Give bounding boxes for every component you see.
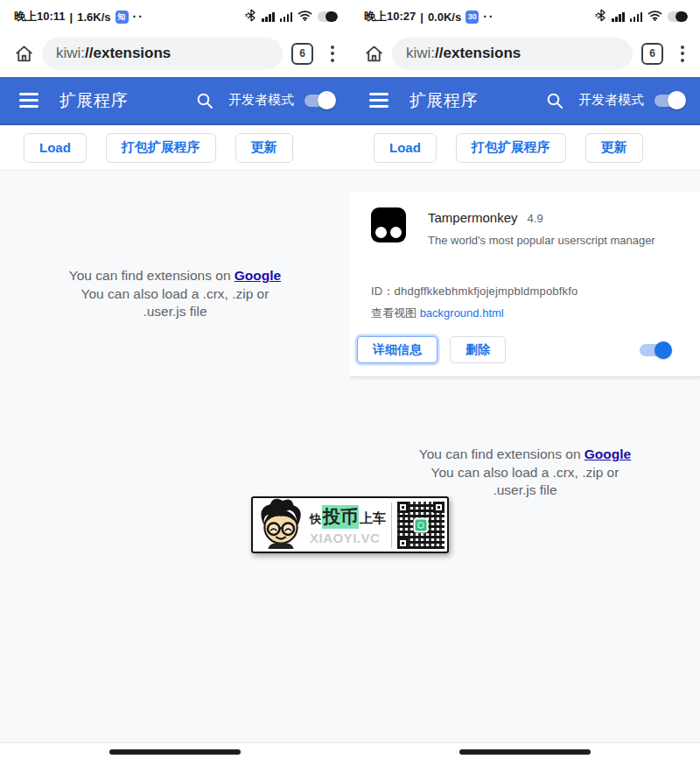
cartoon-avatar <box>256 498 306 552</box>
battery-icon <box>318 11 338 22</box>
extension-id-line: ID：dhdgffkkebhmkfjojejmpbldmpobfkfo <box>371 284 679 299</box>
extensions-content: Tampermonkey 4.9 The world's most popula… <box>350 171 700 742</box>
status-time: 晚上10:27 <box>364 9 416 25</box>
developer-mode-toggle[interactable] <box>304 92 334 109</box>
browser-toolbar: kiwi://extensions 6 <box>0 33 350 77</box>
find-extensions-line: You can find extensions on Google <box>31 267 319 285</box>
watermark-word-highlight: 投币 <box>322 505 359 529</box>
extensions-toolbar: Load 打包扩展程序 更新 <box>350 125 700 171</box>
watermark-word-fast: 快 <box>310 511 321 527</box>
url-path: //extensions <box>85 45 171 62</box>
watermark-word-tail: 上车 <box>360 510 386 527</box>
signal-icon-sim1 <box>612 12 625 22</box>
phone-screenshot-left: 晚上10:11 | 1.6K/s 知 ·· kiwi://extensions … <box>0 0 350 759</box>
browser-menu-button[interactable] <box>326 42 340 66</box>
empty-state-message: You can find extensions on Google You ca… <box>381 377 669 500</box>
find-extensions-text: You can find extensions on <box>419 446 584 461</box>
empty-state-message: You can find extensions on Google You ca… <box>31 171 319 321</box>
remove-button[interactable]: 删除 <box>450 336 506 363</box>
status-time: 晚上10:11 <box>14 9 66 25</box>
extension-card-tampermonkey: Tampermonkey 4.9 The world's most popula… <box>350 193 700 377</box>
status-app-badge: 30 <box>466 11 479 24</box>
pack-extension-button[interactable]: 打包扩展程序 <box>106 133 216 163</box>
search-icon[interactable] <box>195 91 214 110</box>
load-button[interactable]: Load <box>24 133 87 163</box>
details-button[interactable]: 详细信息 <box>357 336 438 363</box>
status-bar: 晚上10:27 | 0.0K/s 30 ·· <box>350 0 700 33</box>
load-button[interactable]: Load <box>374 133 437 163</box>
extensions-header: 扩展程序 开发者模式 <box>0 77 350 125</box>
url-scheme: kiwi: <box>406 45 435 62</box>
signal-icon-sim2 <box>630 12 643 22</box>
browser-toolbar: kiwi://extensions 6 <box>350 33 700 77</box>
tampermonkey-icon <box>371 207 406 242</box>
load-hint-line1: You can also load a .crx, .zip or <box>381 464 669 482</box>
developer-mode-label: 开发者模式 <box>228 92 294 109</box>
find-extensions-text: You can find extensions on <box>69 268 234 283</box>
developer-mode-label: 开发者模式 <box>578 92 644 109</box>
status-separator: | <box>420 11 424 24</box>
home-indicator[interactable] <box>109 749 241 755</box>
extension-id-label: ID： <box>371 285 395 298</box>
extension-description: The world's most popular userscript mana… <box>428 234 655 247</box>
tab-counter-button[interactable]: 6 <box>291 43 313 65</box>
extension-id-value: dhdgffkkebhmkfjojejmpbldmpobfkfo <box>395 285 578 298</box>
status-network-speed: 0.0K/s <box>428 11 461 24</box>
extensions-content: You can find extensions on Google You ca… <box>0 171 350 742</box>
gesture-nav-area <box>0 742 350 759</box>
load-hint-line1: You can also load a .crx, .zip or <box>31 285 319 304</box>
wifi-icon <box>648 9 662 25</box>
page-title: 扩展程序 <box>60 89 195 112</box>
tab-counter-button[interactable]: 6 <box>641 43 663 65</box>
hamburger-menu-icon[interactable] <box>368 89 390 111</box>
url-scheme: kiwi: <box>56 45 85 62</box>
bluetooth-icon <box>595 9 606 25</box>
pack-extension-button[interactable]: 打包扩展程序 <box>456 133 566 163</box>
inspect-views-label: 查看视图 <box>371 306 420 320</box>
load-hint-line2: .user.js file <box>31 303 319 321</box>
watermark-text: 快 投币 上车 XIAOYI.VC <box>310 505 388 545</box>
watermark-divider <box>391 502 392 548</box>
page-title: 扩展程序 <box>410 89 545 112</box>
url-path: //extensions <box>435 45 521 62</box>
status-separator: | <box>70 11 74 24</box>
home-indicator[interactable] <box>459 749 591 755</box>
battery-icon <box>668 11 688 22</box>
extension-enabled-toggle[interactable] <box>640 341 670 359</box>
qr-center-logo <box>414 517 429 532</box>
home-button[interactable] <box>359 43 388 65</box>
status-notification-dots: ·· <box>133 10 144 24</box>
bluetooth-icon <box>245 9 256 25</box>
wifi-icon <box>298 9 312 25</box>
status-network-speed: 1.6K/s <box>77 11 110 24</box>
hamburger-menu-icon[interactable] <box>18 89 40 111</box>
extension-version: 4.9 <box>528 212 543 225</box>
status-bar: 晚上10:11 | 1.6K/s 知 ·· <box>0 0 350 33</box>
qr-code <box>397 502 444 549</box>
signal-icon-sim2 <box>280 12 293 22</box>
phone-screenshot-right: 晚上10:27 | 0.0K/s 30 ·· kiwi://extensions… <box>350 0 700 759</box>
google-link[interactable]: Google <box>234 268 281 283</box>
find-extensions-line: You can find extensions on Google <box>381 446 669 464</box>
extensions-header: 扩展程序 开发者模式 <box>350 77 700 125</box>
browser-menu-button[interactable] <box>676 42 690 66</box>
update-button[interactable]: 更新 <box>235 133 293 163</box>
home-button[interactable] <box>9 43 38 65</box>
url-address-bar[interactable]: kiwi://extensions <box>42 38 283 70</box>
developer-mode-toggle[interactable] <box>654 92 684 109</box>
extension-name: Tampermonkey <box>428 210 518 225</box>
background-html-link[interactable]: background.html <box>420 306 504 320</box>
google-link[interactable]: Google <box>584 446 631 461</box>
status-app-badge: 知 <box>116 11 129 24</box>
gesture-nav-area <box>350 742 700 759</box>
signal-icon-sim1 <box>262 12 275 22</box>
extensions-toolbar: Load 打包扩展程序 更新 <box>0 125 350 171</box>
search-icon[interactable] <box>545 91 564 110</box>
watermark-banner: 快 投币 上车 XIAOYI.VC <box>251 496 449 553</box>
url-address-bar[interactable]: kiwi://extensions <box>392 38 633 70</box>
status-notification-dots: ·· <box>483 10 494 24</box>
inspect-views-line: 查看视图 background.html <box>371 306 679 321</box>
watermark-site: XIAOYI.VC <box>310 531 388 545</box>
update-button[interactable]: 更新 <box>585 133 643 163</box>
